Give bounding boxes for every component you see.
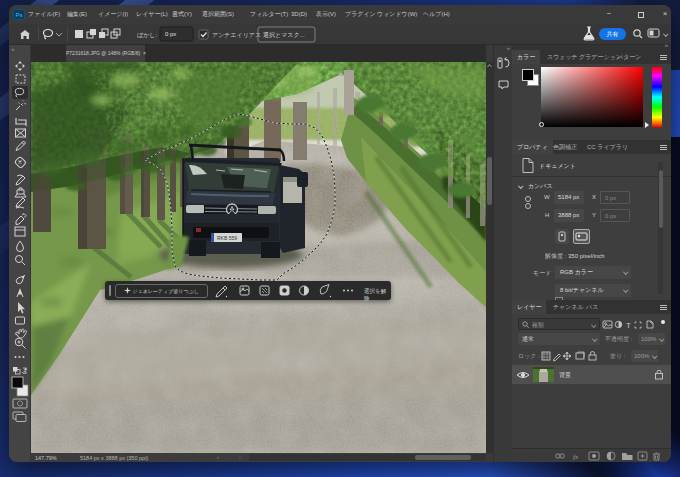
svg-text:T: T: [626, 321, 631, 330]
svg-text:fx: fx: [573, 453, 579, 461]
svg-text:RKB 559: RKB 559: [217, 235, 237, 241]
